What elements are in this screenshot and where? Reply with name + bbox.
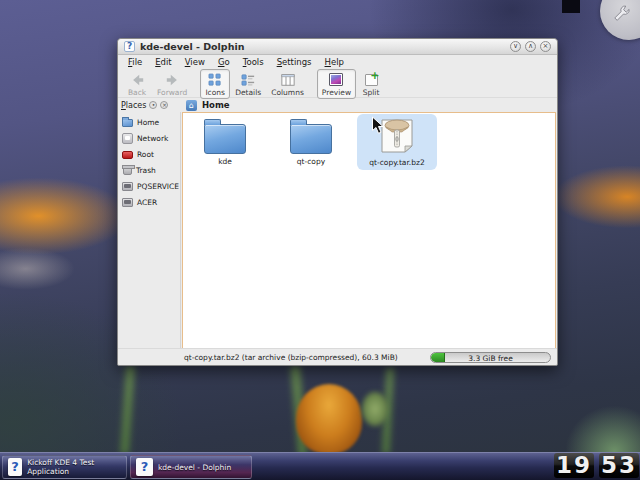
wrench-icon	[611, 4, 630, 23]
details-view-button[interactable]: Details	[230, 69, 266, 99]
panel-float-button[interactable]: •	[149, 101, 157, 109]
toolbar: Back Forward Icons	[118, 68, 557, 98]
clock-minutes: 53	[599, 453, 639, 478]
taskbar: ? Kickoff KDE 4 Test Application ? kde-d…	[0, 452, 640, 480]
place-acer[interactable]: ACER	[118, 194, 180, 210]
places-panel: Home Network Root Trash PQSERVICE ACER	[118, 112, 181, 348]
window-icon: ?	[124, 41, 135, 52]
menu-go[interactable]: Go	[218, 57, 230, 67]
back-arrow-icon	[129, 72, 145, 87]
desktop: ? kde-devel - Dolphin ∨ ∧ × File Edit Vi…	[0, 0, 640, 480]
statusbar: qt-copy.tar.bz2 (tar archive (bzip-compr…	[118, 348, 557, 365]
wallpaper-stem	[290, 366, 308, 457]
mouse-cursor	[371, 116, 384, 135]
icons-view-icon	[207, 72, 223, 87]
places-panel-header: Places • ×	[118, 98, 181, 112]
close-button[interactable]: ×	[540, 41, 551, 52]
folder-icon	[204, 124, 246, 154]
network-icon	[122, 133, 133, 144]
menu-view[interactable]: View	[185, 57, 205, 67]
dolphin-window: ? kde-devel - Dolphin ∨ ∧ × File Edit Vi…	[117, 38, 558, 366]
hard-drive-icon	[122, 198, 133, 207]
place-root[interactable]: Root	[118, 146, 180, 162]
window-title: kde-devel - Dolphin	[140, 41, 244, 52]
home-icon: ⌂	[186, 100, 197, 111]
wallpaper-green-bud	[362, 392, 388, 426]
columns-view-icon	[280, 72, 296, 87]
wallpaper-stem	[382, 368, 394, 454]
breadcrumb: ⌂ Home	[182, 98, 555, 112]
forward-arrow-icon	[164, 72, 180, 87]
split-icon	[363, 72, 379, 87]
details-view-icon	[240, 72, 256, 87]
folder-icon	[290, 124, 332, 154]
digital-clock[interactable]: 19 53	[554, 453, 639, 478]
free-space-label: 3.3 GiB free	[431, 354, 550, 363]
free-space-bar: 3.3 GiB free	[430, 352, 551, 363]
file-item-qt-copy[interactable]: qt-copy	[271, 114, 351, 166]
preview-icon	[328, 72, 344, 87]
split-button[interactable]: Split	[356, 69, 386, 99]
file-view[interactable]: kde qt-copy qt-c	[182, 112, 556, 350]
columns-view-button[interactable]: Columns	[266, 69, 309, 99]
places-panel-title: Places	[121, 101, 146, 110]
place-trash[interactable]: Trash	[118, 162, 180, 178]
menu-tools[interactable]: Tools	[243, 57, 264, 67]
menubar: File Edit View Go Tools Settings Help	[118, 55, 557, 68]
root-drive-icon	[122, 151, 133, 159]
minimize-button[interactable]: ∨	[510, 41, 521, 52]
place-network[interactable]: Network	[118, 130, 180, 146]
maximize-button[interactable]: ∧	[525, 41, 536, 52]
task-dolphin[interactable]: ? kde-devel - Dolphin	[130, 455, 252, 479]
menu-file[interactable]: File	[128, 57, 142, 67]
wallpaper-flower-bud	[296, 384, 362, 454]
file-item-qt-copy-archive[interactable]: qt-copy.tar.bz2	[357, 114, 437, 170]
titlebar[interactable]: ? kde-devel - Dolphin ∨ ∧ ×	[118, 39, 557, 55]
trash-icon	[123, 166, 132, 175]
panel-close-button[interactable]: ×	[160, 101, 168, 109]
menu-settings[interactable]: Settings	[277, 57, 312, 67]
wallpaper-dark-patch	[562, 0, 580, 13]
back-button[interactable]: Back	[122, 69, 152, 99]
place-pqservice[interactable]: PQSERVICE	[118, 178, 180, 194]
question-mark-icon: ?	[136, 458, 153, 476]
question-mark-icon: ?	[8, 458, 22, 476]
menu-edit[interactable]: Edit	[155, 57, 171, 67]
wallpaper-stem	[120, 366, 135, 454]
hard-drive-icon	[122, 182, 133, 191]
breadcrumb-home[interactable]: Home	[202, 100, 230, 110]
status-info: qt-copy.tar.bz2 (tar archive (bzip-compr…	[184, 353, 398, 362]
icons-view-button[interactable]: Icons	[200, 69, 230, 99]
folder-home-icon	[122, 119, 133, 127]
preview-button[interactable]: Preview	[317, 69, 356, 99]
menu-help[interactable]: Help	[325, 57, 344, 67]
clock-hours: 19	[554, 453, 594, 478]
task-kickoff[interactable]: ? Kickoff KDE 4 Test Application	[2, 455, 127, 479]
forward-button[interactable]: Forward	[152, 69, 192, 99]
plasma-cashew[interactable]	[600, 0, 640, 40]
place-home[interactable]: Home	[118, 114, 180, 130]
file-item-kde[interactable]: kde	[185, 114, 265, 166]
